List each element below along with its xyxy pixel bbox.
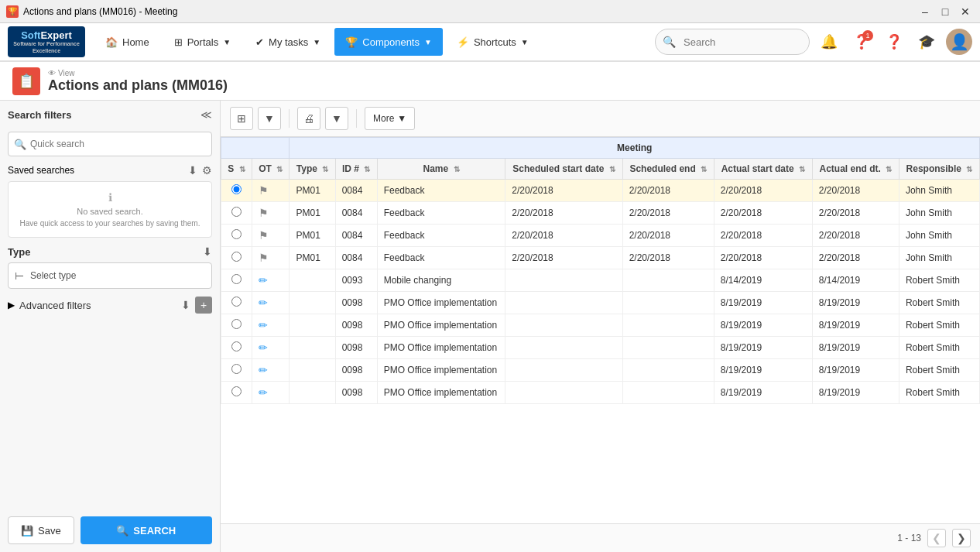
- grid-view-button[interactable]: ⊞: [230, 107, 253, 130]
- print-dropdown-button[interactable]: ▼: [325, 107, 348, 130]
- ot-cell: ⚑: [252, 202, 290, 225]
- save-icon: 💾: [21, 525, 33, 537]
- col-sched-start[interactable]: Scheduled start date ⇅: [505, 159, 622, 180]
- col-act-end[interactable]: Actual end dt. ⇅: [812, 159, 899, 180]
- table-row[interactable]: ⚑ PM01 0084 Feedback 2/20/2018 2/20/2018…: [221, 225, 980, 247]
- col-name[interactable]: Name ⇅: [377, 159, 505, 180]
- radio-cell[interactable]: [221, 292, 252, 314]
- no-saved-message: ℹ No saved search. Have quick access to …: [8, 181, 212, 238]
- col-type[interactable]: Type ⇅: [290, 159, 335, 180]
- select-type-button[interactable]: ⊢ Select type: [8, 262, 212, 289]
- collapse-button[interactable]: ≪: [200, 108, 212, 121]
- act-end-cell: 2/20/2018: [812, 202, 899, 225]
- quick-search-wrap: 🔍: [8, 132, 212, 156]
- search-button[interactable]: 🔍 SEARCH: [81, 516, 212, 544]
- responsible-cell: John Smith: [899, 180, 979, 202]
- table-row[interactable]: ⚑ PM01 0084 Feedback 2/20/2018 2/20/2018…: [221, 202, 980, 225]
- print-button[interactable]: 🖨: [297, 107, 320, 130]
- col-id[interactable]: ID # ⇅: [335, 159, 377, 180]
- row-radio[interactable]: [231, 386, 242, 396]
- radio-cell[interactable]: [221, 202, 252, 225]
- row-radio[interactable]: [231, 319, 242, 329]
- sched-start-cell: [505, 359, 622, 382]
- advanced-filters-actions: ⬇ +: [181, 297, 212, 314]
- saved-searches-title: Saved searches: [8, 165, 74, 176]
- more-button[interactable]: More ▼: [365, 107, 415, 130]
- portals-button[interactable]: ⊞ Portals ▼: [163, 28, 242, 56]
- responsible-cell: Robert Smith: [899, 359, 979, 382]
- table-row[interactable]: ⚑ PM01 0084 Feedback 2/20/2018 2/20/2018…: [221, 247, 980, 269]
- table-row[interactable]: ✏ 0098 PMO Office implementation 8/19/20…: [221, 359, 980, 382]
- id-cell: 0098: [335, 314, 377, 337]
- row-radio[interactable]: [231, 207, 242, 217]
- minimize-button[interactable]: –: [917, 3, 934, 20]
- grid-dropdown-button[interactable]: ▼: [258, 107, 281, 130]
- prev-page-button[interactable]: ❮: [927, 529, 946, 547]
- row-radio[interactable]: [231, 297, 242, 307]
- more-label: More: [373, 113, 394, 124]
- settings-saved-button[interactable]: ⚙: [202, 164, 212, 177]
- radio-cell[interactable]: [221, 382, 252, 404]
- shortcuts-button[interactable]: ⚡ Shortcuts ▼: [446, 28, 540, 56]
- col-responsible[interactable]: Responsible ⇅: [899, 159, 979, 180]
- adv-add-button[interactable]: +: [195, 297, 212, 314]
- sched-end-cell: [622, 382, 714, 404]
- radio-cell[interactable]: [221, 247, 252, 269]
- radio-cell[interactable]: [221, 180, 252, 202]
- avatar[interactable]: 👤: [946, 29, 972, 55]
- content-toolbar: ⊞ ▼ 🖨 ▼ More ▼: [221, 101, 980, 137]
- id-cell: 0098: [335, 382, 377, 404]
- support-button[interactable]: ❓ 1: [848, 29, 875, 55]
- help-button[interactable]: ❓: [881, 29, 907, 55]
- next-page-button[interactable]: ❯: [952, 529, 971, 547]
- id-cell: 0098: [335, 292, 377, 314]
- type-cell: PM01: [290, 225, 335, 247]
- radio-cell[interactable]: [221, 314, 252, 337]
- quick-search-input[interactable]: [8, 132, 212, 156]
- row-radio[interactable]: [231, 274, 242, 284]
- ot-cell: ✏: [252, 337, 290, 359]
- sched-start-cell: [505, 382, 622, 404]
- table-row[interactable]: ⚑ PM01 0084 Feedback 2/20/2018 2/20/2018…: [221, 180, 980, 202]
- row-radio[interactable]: [231, 341, 242, 351]
- radio-cell[interactable]: [221, 225, 252, 247]
- pencil-icon: ✏: [259, 341, 268, 354]
- notification-button[interactable]: 🔔: [816, 29, 842, 55]
- col-act-start[interactable]: Actual start date ⇅: [714, 159, 812, 180]
- row-radio[interactable]: [231, 229, 242, 239]
- radio-cell[interactable]: [221, 269, 252, 292]
- table-row[interactable]: ✏ 0098 PMO Office implementation 8/19/20…: [221, 382, 980, 404]
- pagination: 1 - 13 ❮ ❯: [221, 523, 980, 552]
- home-button[interactable]: 🏠 Home: [94, 28, 160, 56]
- radio-cell[interactable]: [221, 337, 252, 359]
- col-s[interactable]: S ⇅: [221, 159, 252, 180]
- sched-end-cell: 2/20/2018: [622, 225, 714, 247]
- table-row[interactable]: ✏ 0098 PMO Office implementation 8/19/20…: [221, 314, 980, 337]
- download-saved-button[interactable]: ⬇: [188, 164, 197, 177]
- type-download-button[interactable]: ⬇: [203, 245, 212, 258]
- maximize-button[interactable]: □: [937, 3, 954, 20]
- act-start-cell: 2/20/2018: [714, 180, 812, 202]
- row-radio[interactable]: [231, 184, 242, 194]
- table-body: ⚑ PM01 0084 Feedback 2/20/2018 2/20/2018…: [221, 180, 980, 404]
- name-cell: PMO Office implementation: [377, 382, 505, 404]
- table-wrap[interactable]: Meeting S ⇅ OT ⇅ Type ⇅ ID # ⇅ Name ⇅ Sc…: [221, 137, 980, 523]
- table-row[interactable]: ✏ 0098 PMO Office implementation 8/19/20…: [221, 337, 980, 359]
- my-tasks-button[interactable]: ✔ My tasks ▼: [245, 28, 331, 56]
- table-row[interactable]: ✏ 0093 Mobile changing 8/14/2019 8/14/20…: [221, 269, 980, 292]
- graduation-button[interactable]: 🎓: [913, 29, 940, 55]
- close-button[interactable]: ✕: [957, 3, 974, 20]
- support-badge: 1: [862, 30, 873, 41]
- row-radio[interactable]: [231, 252, 242, 262]
- main-layout: Search filters ≪ 🔍 Saved searches ⬇ ⚙ ℹ …: [0, 101, 980, 552]
- col-sched-end[interactable]: Scheduled end ⇅: [622, 159, 714, 180]
- col-ot[interactable]: OT ⇅: [252, 159, 290, 180]
- radio-cell[interactable]: [221, 359, 252, 382]
- table-row[interactable]: ✏ 0098 PMO Office implementation 8/19/20…: [221, 292, 980, 314]
- save-button[interactable]: 💾 Save: [8, 516, 74, 544]
- top-search-input[interactable]: [655, 29, 810, 55]
- advanced-filters-header[interactable]: ▶ Advanced filters ⬇ +: [8, 297, 212, 314]
- components-button[interactable]: 🏆 Components ▼: [334, 28, 443, 56]
- row-radio[interactable]: [231, 364, 242, 374]
- adv-download-button[interactable]: ⬇: [181, 297, 190, 314]
